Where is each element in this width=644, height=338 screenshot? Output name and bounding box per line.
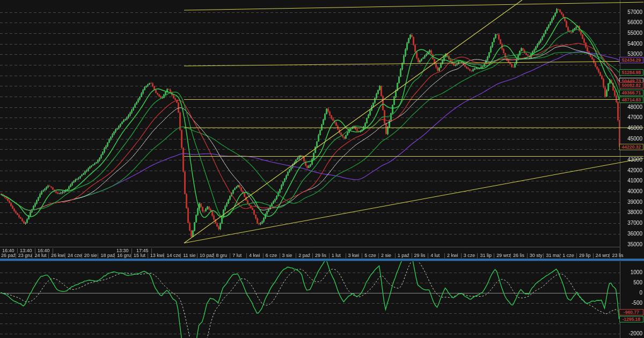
date-axis-label: 1 paź: [395, 253, 409, 258]
date-axis-label: 8 gru: [214, 253, 228, 258]
indicator-value-badge: -960.77: [619, 309, 643, 315]
date-axis-label: 18 paź: [98, 253, 115, 258]
y-axis-label: 40000: [620, 189, 642, 194]
trading-chart-window: 5700056000550005400053000480004700046000…: [0, 0, 644, 338]
y-axis-label: 38000: [620, 210, 642, 215]
y-axis-label: 43000: [620, 157, 642, 163]
y-axis-label: 37000: [620, 221, 642, 226]
date-axis-label: 29 lip: [576, 253, 591, 258]
indicator-value-badge: -1295.18: [619, 316, 643, 322]
date-axis-label: 1 cze: [560, 253, 574, 258]
y-axis-label: 39000: [620, 200, 642, 205]
y-axis-label: 41000: [620, 178, 642, 183]
date-axis-label: 24 lut: [32, 253, 46, 258]
date-axis-label: 31 mar: [543, 253, 561, 258]
date-axis-label: 23 lis: [609, 253, 623, 258]
y-axis-label: 53000: [620, 52, 642, 57]
indicator-axis-label: -500: [620, 300, 642, 306]
horizontal-scrollbar[interactable]: [0, 259, 644, 261]
date-axis-label: 29 lis: [412, 253, 426, 258]
date-axis-label: 31 lip: [477, 253, 492, 258]
date-axis-label: 7 lut: [230, 253, 241, 258]
date-axis-label: 3 sie: [280, 253, 292, 258]
date-axis-label: 13 kwi: [148, 253, 164, 258]
y-axis-label: 47000: [620, 115, 642, 120]
y-axis-label: 35000: [620, 242, 642, 247]
indicator-axis-label: -2000: [620, 331, 642, 336]
price-level-badge: 49366.71: [619, 90, 643, 96]
date-axis-label: 26 kwi: [48, 253, 65, 258]
y-axis-label: 48000: [620, 105, 642, 110]
date-axis-label: 14 cze: [164, 253, 181, 258]
y-axis-label: 57000: [620, 10, 642, 15]
date-axis-label: 26 lis: [510, 253, 524, 258]
price-chart-canvas[interactable]: [0, 0, 644, 338]
indicator-axis-label: 0: [620, 290, 642, 296]
price-level-badge: 48714.83: [619, 97, 643, 103]
date-axis-label: 23 gru: [16, 253, 32, 258]
date-axis-label: 2 kwi: [444, 253, 458, 258]
date-axis-label: 15 lut: [131, 253, 145, 258]
price-level-badge: 44220.32: [619, 144, 643, 150]
y-axis-label: 46000: [620, 126, 642, 131]
date-axis-label: 1 lut: [329, 253, 341, 258]
indicator-axis-label: 1000: [620, 270, 642, 275]
date-axis-label: 6 cze: [263, 253, 277, 258]
date-axis-label: 4 lut: [428, 253, 440, 258]
date-axis-label: 29 wrz: [494, 253, 511, 258]
y-axis-label: 56000: [620, 20, 642, 25]
y-axis-label: 45000: [620, 136, 642, 142]
date-axis-label: 16 gru: [114, 253, 131, 258]
date-axis-label: 24 wrz: [593, 253, 610, 258]
date-axis-label: 4 kwi: [246, 253, 260, 258]
date-axis-label: 3 kwi: [346, 253, 360, 258]
y-axis-label: 36000: [620, 231, 642, 237]
y-axis-label: 42000: [620, 168, 642, 173]
indicator-axis-label: 500: [620, 280, 642, 285]
date-axis-label: 5 cze: [362, 253, 376, 258]
date-axis-label: 10 paź: [197, 253, 214, 258]
date-axis-label: 24 cze: [65, 253, 82, 258]
price-level-badge: 52434.29: [619, 57, 643, 63]
y-axis-label: 54000: [620, 41, 642, 47]
date-axis-label: 11 sie: [180, 253, 195, 258]
date-axis-label: 30 sty: [527, 253, 543, 258]
price-level-badge: 50082.82: [619, 82, 643, 89]
date-axis-label: 29 lis: [312, 253, 326, 258]
date-axis-label: 20 sie: [82, 253, 97, 258]
price-level-badge: 51284.98: [619, 69, 643, 76]
date-axis-label: 2 sie: [378, 253, 391, 258]
date-axis-label: 3 cze: [461, 253, 475, 258]
y-axis-label: 55000: [620, 31, 642, 36]
date-axis-label: 26 paź: [1, 253, 16, 258]
date-axis-label: 2 paź: [296, 253, 310, 258]
